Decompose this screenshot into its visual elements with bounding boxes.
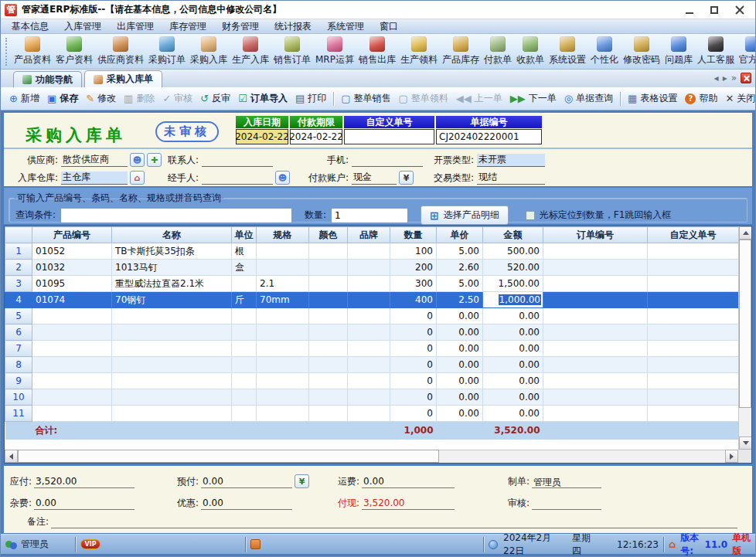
- table-row-9[interactable]: 900.000.00: [5, 373, 739, 389]
- grid-cell[interactable]: 盒: [232, 260, 257, 276]
- tab-scroll-right-icon[interactable]: ▸: [723, 73, 727, 83]
- grid-cell[interactable]: 2.50: [437, 292, 483, 308]
- grid-cell[interactable]: 500.00: [483, 243, 543, 260]
- grid-cell[interactable]: [112, 357, 232, 373]
- grid-cell[interactable]: [257, 341, 309, 357]
- grid-cell[interactable]: [648, 308, 739, 324]
- toolbar-button-3[interactable]: 供应商资料: [95, 35, 146, 68]
- grid-cell[interactable]: [232, 406, 257, 422]
- grid-cell[interactable]: 0.00: [437, 308, 483, 324]
- grid-cell[interactable]: [348, 389, 390, 406]
- grid-cell[interactable]: 70钢钉: [112, 292, 232, 308]
- grid-cell[interactable]: [112, 341, 232, 357]
- horizontal-scrollbar[interactable]: [5, 450, 738, 463]
- pay-account-field[interactable]: 现金: [352, 172, 397, 185]
- grid-cell[interactable]: [309, 406, 348, 422]
- grid-column-header-2[interactable]: 名称: [112, 227, 232, 243]
- grid-cell[interactable]: [309, 357, 348, 373]
- grid-cell[interactable]: 01074: [32, 292, 112, 308]
- grid-cell[interactable]: 01052: [32, 243, 112, 260]
- grid-cell[interactable]: [32, 389, 112, 406]
- row-number-cell[interactable]: 8: [5, 357, 32, 373]
- action-button-18[interactable]: ✕关闭: [721, 90, 755, 108]
- grid-cell[interactable]: [648, 341, 739, 357]
- amount-editor[interactable]: 1,000.00: [499, 294, 541, 305]
- grid-cell[interactable]: 400: [390, 292, 437, 308]
- action-button-17[interactable]: ?帮助: [681, 90, 721, 108]
- horizontal-scroll-thumb[interactable]: [18, 450, 439, 463]
- grid-cell[interactable]: [257, 308, 309, 324]
- row-number-cell[interactable]: 11: [5, 406, 32, 422]
- grid-cell[interactable]: [232, 324, 257, 341]
- grid-cell[interactable]: [257, 373, 309, 389]
- grid-cell[interactable]: [543, 260, 648, 276]
- maximize-button[interactable]: [702, 2, 727, 18]
- custom-no-field[interactable]: [344, 129, 434, 144]
- grid-cell[interactable]: [648, 260, 739, 276]
- quantity-input[interactable]: [331, 208, 408, 223]
- grid-cell[interactable]: [309, 292, 348, 308]
- freight-field[interactable]: 0.00: [362, 476, 455, 488]
- grid-cell[interactable]: [648, 324, 739, 341]
- grid-cell[interactable]: 0: [390, 357, 437, 373]
- menu-item-1[interactable]: 基本信息: [4, 19, 56, 33]
- grid-cell[interactable]: [112, 308, 232, 324]
- grid-cell[interactable]: [32, 324, 112, 341]
- supplier-lookup-button[interactable]: ☻: [130, 153, 145, 167]
- action-button-8[interactable]: ▤打印: [291, 90, 330, 108]
- action-button-7[interactable]: ☑订单导入: [234, 90, 291, 108]
- action-button-3[interactable]: ✎修改: [82, 90, 120, 108]
- grid-cell[interactable]: 2.1: [257, 276, 309, 292]
- grid-cell[interactable]: 0: [390, 373, 437, 389]
- vertical-scrollbar[interactable]: [738, 226, 751, 450]
- toolbar-button-15[interactable]: 个性化: [588, 35, 621, 68]
- grid-cell[interactable]: [543, 389, 648, 406]
- grid-cell[interactable]: 0.00: [483, 308, 543, 324]
- grid-cell[interactable]: 0.00: [483, 406, 543, 422]
- grid-cell[interactable]: [112, 373, 232, 389]
- focus-quantity-checkbox[interactable]: [526, 211, 535, 220]
- grid-cell[interactable]: [112, 406, 232, 422]
- grid-cell[interactable]: [112, 389, 232, 406]
- grid-cell[interactable]: [232, 373, 257, 389]
- row-number-cell[interactable]: 10: [5, 389, 32, 406]
- grid-cell[interactable]: [309, 324, 348, 341]
- bill-no-field[interactable]: CJ202402220001: [436, 129, 542, 144]
- grid-cell[interactable]: [543, 324, 648, 341]
- grid-cell[interactable]: [257, 406, 309, 422]
- toolbar-button-9[interactable]: 销售出库: [356, 35, 398, 68]
- toolbar-button-18[interactable]: 人工客服: [695, 35, 737, 68]
- action-button-13[interactable]: ▶▶下一单: [506, 90, 560, 108]
- toolbar-button-17[interactable]: 问题库: [662, 35, 695, 68]
- grid-column-header-4[interactable]: 规格: [257, 227, 309, 243]
- grid-cell[interactable]: 01095: [32, 276, 112, 292]
- tab-scroll-left-icon[interactable]: ◂: [714, 73, 719, 83]
- pay-deadline-field[interactable]: 2024-02-22: [290, 129, 342, 144]
- grid-cell[interactable]: 01032: [32, 260, 112, 276]
- tab-list-icon[interactable]: »: [731, 73, 737, 83]
- grid-cell[interactable]: 0.00: [437, 357, 483, 373]
- grid-cell[interactable]: 0: [390, 341, 437, 357]
- grid-cell[interactable]: [32, 357, 112, 373]
- menu-item-7[interactable]: 系统管理: [319, 19, 372, 33]
- tab-close-button[interactable]: [741, 73, 751, 83]
- grid-cell[interactable]: [543, 373, 648, 389]
- grid-cell[interactable]: [648, 276, 739, 292]
- menu-item-8[interactable]: 窗口: [372, 19, 406, 33]
- row-number-cell[interactable]: 1: [5, 243, 32, 260]
- grid-cell[interactable]: [543, 308, 648, 324]
- grid-cell[interactable]: 70mm: [257, 292, 309, 308]
- grid-cell[interactable]: 0: [390, 308, 437, 324]
- toolbar-button-4[interactable]: 采购订单: [146, 35, 188, 68]
- select-product-button[interactable]: ⊞ 选择产品明细: [421, 205, 509, 225]
- toolbar-button-11[interactable]: 产品库存: [440, 35, 482, 68]
- toolbar-button-2[interactable]: 客户资料: [53, 35, 95, 68]
- table-row-5[interactable]: 500.000.00: [5, 308, 739, 324]
- toolbar-button-1[interactable]: 产品资料: [12, 35, 53, 68]
- grid-cell[interactable]: 斤: [232, 292, 257, 308]
- grid-cell[interactable]: [348, 406, 390, 422]
- grid-cell[interactable]: [309, 308, 348, 324]
- action-button-6[interactable]: ↺反审: [196, 90, 234, 108]
- remark-field[interactable]: [51, 516, 737, 528]
- table-row-6[interactable]: 600.000.00: [5, 324, 739, 341]
